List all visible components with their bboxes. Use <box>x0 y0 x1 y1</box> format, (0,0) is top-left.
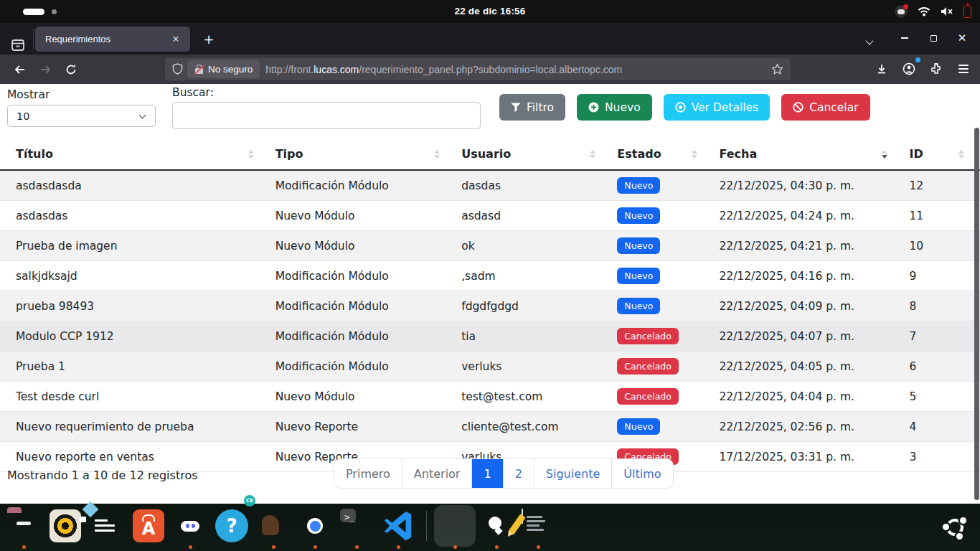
cell-id: 10 <box>903 231 980 261</box>
chevron-down-icon <box>139 112 146 119</box>
firefox-icon[interactable] <box>438 509 471 542</box>
cell-fecha: 17/12/2025, 03:31 p. m. <box>713 442 903 472</box>
cell-tipo: Modificación Módulo <box>270 321 456 352</box>
libreoffice-icon[interactable] <box>90 509 123 542</box>
volume-muted-icon[interactable] <box>941 6 953 17</box>
system-clock[interactable]: 22 de dic 16:56 <box>0 0 980 23</box>
cell-id: 7 <box>903 321 980 352</box>
show-label: Mostrar <box>7 88 50 101</box>
postman-icon[interactable] <box>480 509 513 542</box>
page-item-siguiente[interactable]: Siguiente <box>534 459 611 488</box>
chrome-icon[interactable] <box>298 509 331 542</box>
running-indicator <box>453 545 457 549</box>
status-badge: Nuevo <box>617 268 660 284</box>
table-row[interactable]: Modulo CCP 1912 Modificación Módulo tia … <box>0 321 980 352</box>
header-estado[interactable]: Estado <box>611 140 713 170</box>
table-row[interactable]: asdasdas Nuevo Módulo asdasd Nuevo 22/12… <box>0 201 980 231</box>
header-usuario[interactable]: Usuario <box>456 140 611 170</box>
table-row[interactable]: Prueba de imagen Nuevo Módulo ok Nuevo 2… <box>0 231 980 261</box>
table-row[interactable]: salkjdksajd Modificación Módulo ,sadm Nu… <box>0 261 980 291</box>
header-fecha[interactable]: Fecha <box>713 140 903 170</box>
url-bar[interactable]: No seguro http://front.lucas.com/requeri… <box>165 58 791 80</box>
cell-tipo: Modificación Módulo <box>270 291 456 321</box>
sort-icon[interactable] <box>590 150 595 159</box>
cell-titulo: prueba 98493 <box>0 291 270 321</box>
extensions-icon[interactable] <box>925 58 947 80</box>
running-indicator <box>22 545 26 549</box>
page-size-select[interactable]: 10 <box>7 105 156 127</box>
cell-id: 11 <box>903 201 980 231</box>
cell-tipo: Modificación Módulo <box>270 261 456 291</box>
account-icon[interactable] <box>898 58 920 80</box>
table-row[interactable]: asdasdasda Modificación Módulo dasdas Nu… <box>0 170 980 201</box>
wifi-icon[interactable] <box>918 6 930 17</box>
page-item-último[interactable]: Último <box>611 459 672 488</box>
back-icon[interactable] <box>9 59 30 80</box>
shield-icon[interactable] <box>172 63 183 75</box>
menu-icon[interactable] <box>953 58 974 80</box>
tab-requerimientos[interactable]: Requerimientos ✕ <box>35 27 190 52</box>
status-badge: Cancelado <box>617 328 679 344</box>
running-indicator <box>397 545 400 549</box>
downloads-icon[interactable] <box>871 58 892 80</box>
cell-id: 3 <box>903 442 980 472</box>
sort-icon[interactable] <box>692 150 697 159</box>
sort-icon[interactable] <box>248 150 254 159</box>
cell-titulo: Prueba 1 <box>0 352 270 382</box>
files-icon[interactable] <box>7 509 40 542</box>
url-text[interactable]: http://front.lucas.com/requerimiento_pan… <box>265 64 771 75</box>
cell-estado: Nuevo <box>611 170 713 201</box>
filter-button[interactable]: Filtro <box>499 94 565 121</box>
cell-fecha: 22/12/2025, 04:24 p. m. <box>713 201 903 231</box>
running-indicator <box>537 545 540 549</box>
tab-close-icon[interactable]: ✕ <box>169 32 183 47</box>
bookmark-star-icon[interactable] <box>771 63 783 75</box>
app-store-icon[interactable]: A <box>132 509 165 542</box>
help-icon[interactable]: ? <box>215 509 248 542</box>
page-item-2[interactable]: 2 <box>503 459 534 488</box>
cancel-button[interactable]: Cancelar <box>781 94 870 121</box>
reload-icon[interactable] <box>60 59 82 80</box>
cell-id: 5 <box>903 382 980 412</box>
table-row[interactable]: Prueba 1 Modificación Módulo verluks Can… <box>0 352 980 382</box>
discord-icon[interactable] <box>174 509 207 542</box>
rhythmbox-icon[interactable] <box>49 509 82 542</box>
scrollbar[interactable] <box>974 128 979 500</box>
cell-usuario: verluks <box>456 352 611 382</box>
security-chip[interactable]: No seguro <box>187 60 260 78</box>
page-item-1[interactable]: 1 <box>471 459 502 488</box>
show-apps-icon[interactable] <box>938 511 971 544</box>
close-button[interactable]: ✕ <box>954 30 970 46</box>
cell-estado: Nuevo <box>611 261 713 291</box>
view-details-button[interactable]: Ver Detalles <box>664 94 771 121</box>
table-row[interactable]: Test desde curl Nuevo Módulo test@test.c… <box>0 382 980 412</box>
dock: A ? CE >_ <box>0 504 980 551</box>
sort-icon-desc[interactable] <box>882 150 887 159</box>
dbeaver-icon[interactable]: CE <box>257 509 290 542</box>
cell-usuario: asdasd <box>456 201 611 231</box>
header-titulo[interactable]: Título <box>0 140 270 170</box>
text-editor-icon[interactable] <box>522 509 555 542</box>
vscode-icon[interactable] <box>382 509 415 542</box>
cell-usuario: dasdas <box>456 170 611 201</box>
new-tab-button[interactable]: + <box>199 30 218 49</box>
search-input[interactable] <box>172 102 481 129</box>
table-row[interactable]: Nuevo requerimiento de prueba Nuevo Repo… <box>0 412 980 442</box>
header-id[interactable]: ID <box>903 140 980 170</box>
new-button[interactable]: Nuevo <box>577 94 652 121</box>
header-tipo[interactable]: Tipo <box>270 140 456 170</box>
cell-tipo: Nuevo Módulo <box>270 201 456 231</box>
table-row[interactable]: prueba 98493 Modificación Módulo fdgdfgd… <box>0 291 980 321</box>
forward-icon[interactable] <box>34 59 56 80</box>
minimize-button[interactable] <box>897 30 913 46</box>
firefox-view-icon[interactable] <box>10 37 26 53</box>
list-all-tabs-icon[interactable] <box>867 33 881 44</box>
sort-icon[interactable] <box>434 150 440 159</box>
terminal-icon[interactable]: >_ <box>340 509 373 542</box>
discord-tray-icon[interactable] <box>895 5 908 18</box>
battery-low-icon[interactable] <box>963 6 971 18</box>
sort-icon[interactable] <box>958 150 964 159</box>
page-item-anterior[interactable]: Anterior <box>402 459 472 488</box>
page-item-primero[interactable]: Primero <box>334 459 402 488</box>
restore-button[interactable] <box>925 30 941 46</box>
